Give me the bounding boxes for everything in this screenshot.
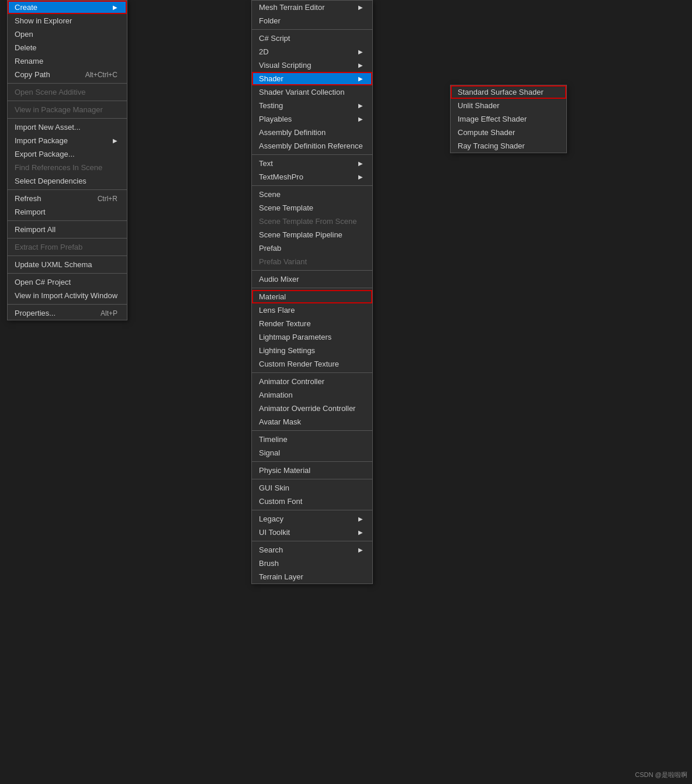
- menu-item-rename[interactable]: Rename: [8, 54, 127, 68]
- menu-item-delete[interactable]: Delete: [8, 41, 127, 54]
- menu-item-mesh-terrain-editor[interactable]: Mesh Terrain Editor▶: [252, 1, 372, 14]
- menu-item-render-texture[interactable]: Render Texture: [252, 317, 372, 330]
- menu-item-label: Avatar Mask: [259, 417, 301, 426]
- menu-item-label: C# Script: [259, 34, 290, 43]
- menu-item-show-in-explorer[interactable]: Show in Explorer: [8, 14, 127, 27]
- menu-item-image-effect-shader[interactable]: Image Effect Shader: [451, 112, 566, 126]
- menu-item-text[interactable]: Text▶: [252, 157, 372, 170]
- menu-item-label: UI Toolkit: [259, 528, 290, 537]
- menu-separator: [252, 372, 372, 373]
- menu-item-animation[interactable]: Animation: [252, 388, 372, 402]
- menu-separator: [8, 304, 127, 305]
- menu-item-export-package[interactable]: Export Package...: [8, 147, 127, 161]
- menu-item-compute-shader[interactable]: Compute Shader: [451, 126, 566, 139]
- menu-item-physic-material[interactable]: Physic Material: [252, 464, 372, 477]
- menu-item-label: Reimport All: [15, 225, 56, 234]
- submenu-arrow-icon: ▶: [358, 174, 363, 180]
- menu-item-view-in-import-activity-window[interactable]: View in Import Activity Window: [8, 289, 127, 302]
- menu-item-lens-flare[interactable]: Lens Flare: [252, 303, 372, 317]
- menu-item-label: TextMeshPro: [259, 172, 303, 181]
- menu-item-copy-path[interactable]: Copy PathAlt+Ctrl+C: [8, 68, 127, 81]
- menu-item-open[interactable]: Open: [8, 27, 127, 41]
- menu-item-testing[interactable]: Testing▶: [252, 99, 372, 112]
- menu-item-label: Rename: [15, 57, 43, 65]
- menu-item-label: Scene: [259, 190, 281, 199]
- menu-item-scene[interactable]: Scene: [252, 188, 372, 201]
- menu-item-animator-controller[interactable]: Animator Controller: [252, 375, 372, 388]
- menu-item-label: Reimport: [15, 208, 46, 216]
- menu-item-properties[interactable]: Properties...Alt+P: [8, 306, 127, 320]
- menu-item-audio-mixer[interactable]: Audio Mixer: [252, 272, 372, 286]
- menu-item-label: Lens Flare: [259, 306, 295, 315]
- menu-item-ui-toolkit[interactable]: UI Toolkit▶: [252, 526, 372, 539]
- menu-item-select-dependencies[interactable]: Select Dependencies: [8, 174, 127, 188]
- menu-item-label: Mesh Terrain Editor: [259, 3, 324, 12]
- menu-item-scene-template[interactable]: Scene Template: [252, 201, 372, 215]
- menu-item-ray-tracing-shader[interactable]: Ray Tracing Shader: [451, 139, 566, 153]
- menu-item-label: Assembly Definition Reference: [259, 141, 363, 150]
- menu-item-refresh[interactable]: RefreshCtrl+R: [8, 192, 127, 205]
- menu-item-label: Compute Shader: [458, 128, 515, 137]
- menu-item-find-references-in-scene: Find References In Scene: [8, 161, 127, 174]
- submenu-arrow-icon: ▶: [113, 4, 117, 11]
- menu-item-create[interactable]: Create▶: [8, 1, 127, 14]
- menu-item-prefab[interactable]: Prefab: [252, 241, 372, 255]
- menu-separator: [252, 270, 372, 271]
- menu-item-avatar-mask[interactable]: Avatar Mask: [252, 415, 372, 429]
- menu-item-label: Create: [15, 3, 37, 12]
- menu-item-animator-override-controller[interactable]: Animator Override Controller: [252, 402, 372, 415]
- menu-separator: [252, 541, 372, 541]
- menu-item-custom-render-texture[interactable]: Custom Render Texture: [252, 357, 372, 371]
- menu-item-label: Visual Scripting: [259, 61, 311, 70]
- menu-item-unlit-shader[interactable]: Unlit Shader: [451, 99, 566, 112]
- menu-item-visual-scripting[interactable]: Visual Scripting▶: [252, 58, 372, 72]
- menu-item-custom-font[interactable]: Custom Font: [252, 495, 372, 508]
- menu-item-shader[interactable]: Shader▶: [252, 72, 372, 85]
- menu-item-reimport[interactable]: Reimport: [8, 205, 127, 219]
- menu-item-assembly-definition[interactable]: Assembly Definition: [252, 126, 372, 139]
- menu-item-folder[interactable]: Folder: [252, 14, 372, 27]
- menu-separator: [8, 83, 127, 84]
- menu-item-2d[interactable]: 2D▶: [252, 45, 372, 58]
- submenu-arrow-icon: ▶: [358, 160, 363, 167]
- menu-item-signal[interactable]: Signal: [252, 446, 372, 460]
- menu-item-shortcut: Alt+Ctrl+C: [85, 71, 117, 79]
- menu-item-c-script[interactable]: C# Script: [252, 32, 372, 45]
- menu-item-terrain-layer[interactable]: Terrain Layer: [252, 570, 372, 583]
- menu-separator: [8, 101, 127, 101]
- menu-separator: [252, 461, 372, 462]
- menu-item-label: Signal: [259, 448, 280, 457]
- menu-separator: [8, 118, 127, 119]
- menu-item-update-uxml-schema[interactable]: Update UXML Schema: [8, 258, 127, 271]
- menu-item-gui-skin[interactable]: GUI Skin: [252, 481, 372, 495]
- menu-item-textmeshpro[interactable]: TextMeshPro▶: [252, 170, 372, 184]
- menu-item-shader-variant-collection[interactable]: Shader Variant Collection: [252, 85, 372, 99]
- menu-item-brush[interactable]: Brush: [252, 557, 372, 570]
- menu-item-reimport-all[interactable]: Reimport All: [8, 223, 127, 236]
- menu-item-label: Find References In Scene: [15, 163, 102, 172]
- menu-item-lighting-settings[interactable]: Lighting Settings: [252, 344, 372, 357]
- menu-item-open-c-project[interactable]: Open C# Project: [8, 275, 127, 289]
- menu-item-search[interactable]: Search▶: [252, 543, 372, 557]
- menu-item-import-package[interactable]: Import Package▶: [8, 134, 127, 147]
- menu-separator: [8, 238, 127, 239]
- menu-item-label: Scene Template: [259, 203, 313, 212]
- menu-item-label: Physic Material: [259, 466, 310, 475]
- menu-item-material[interactable]: Material: [252, 290, 372, 303]
- menu-item-label: Copy Path: [15, 70, 50, 79]
- menu-item-legacy[interactable]: Legacy▶: [252, 512, 372, 526]
- menu-separator: [252, 154, 372, 155]
- menu-item-extract-from-prefab: Extract From Prefab: [8, 240, 127, 254]
- menu-item-assembly-definition-reference[interactable]: Assembly Definition Reference: [252, 139, 372, 153]
- submenu-arrow-icon: ▶: [358, 529, 363, 536]
- menu-item-lightmap-parameters[interactable]: Lightmap Parameters: [252, 330, 372, 344]
- menu-item-import-new-asset[interactable]: Import New Asset...: [8, 120, 127, 134]
- submenu-arrow-icon: ▶: [358, 62, 363, 68]
- context-menu-3: Standard Surface ShaderUnlit ShaderImage…: [450, 85, 567, 153]
- menu-item-label: Shader: [259, 74, 283, 83]
- menu-item-scene-template-pipeline[interactable]: Scene Template Pipeline: [252, 228, 372, 241]
- submenu-arrow-icon: ▶: [358, 49, 363, 55]
- menu-item-playables[interactable]: Playables▶: [252, 112, 372, 126]
- menu-item-standard-surface-shader[interactable]: Standard Surface Shader: [451, 85, 566, 99]
- menu-item-timeline[interactable]: Timeline: [252, 433, 372, 446]
